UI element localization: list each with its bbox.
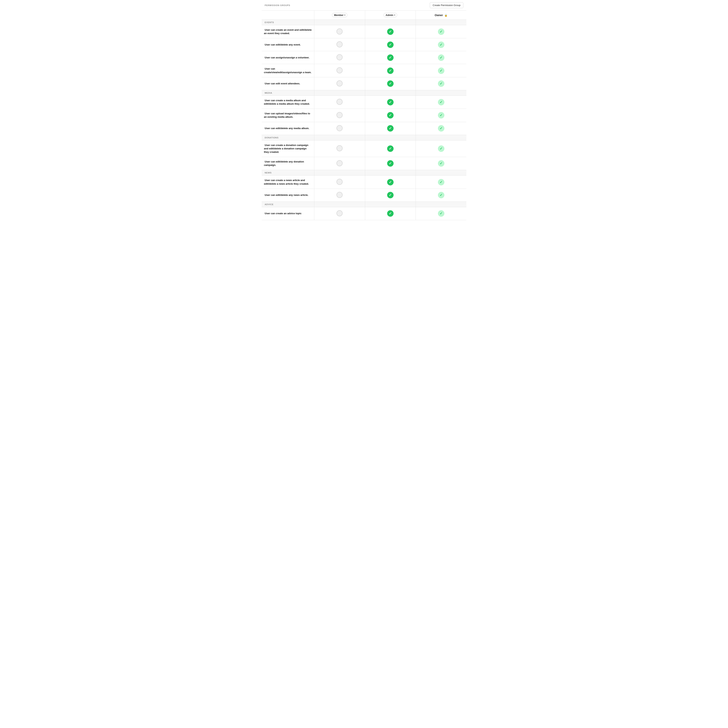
admin-column-header: Admin ▾ xyxy=(365,11,416,20)
permission-on-icon[interactable] xyxy=(387,99,393,106)
table-row: User can create a donation campaign and … xyxy=(262,140,466,157)
permission-label: User can create a donation campaign and … xyxy=(262,140,314,157)
table-row: User can edit/delete any event. xyxy=(262,38,466,51)
permission-label: User can create a media album and edit/d… xyxy=(262,96,314,109)
permission-text: User can edit/delete any media album. xyxy=(264,127,309,130)
lock-icon: 🔒 xyxy=(444,14,447,17)
table-row: User can create/view/edit/assign/unassig… xyxy=(262,64,466,77)
permission-off-icon[interactable] xyxy=(336,160,343,166)
admin-dropdown[interactable]: Admin ▾ xyxy=(384,13,397,17)
member-label: Member xyxy=(334,14,344,17)
permission-label: User can create/view/edit/assign/unassig… xyxy=(262,64,314,77)
permission-locked-icon xyxy=(438,54,444,61)
permission-locked-icon xyxy=(438,192,444,198)
permission-locked-icon xyxy=(438,67,444,74)
permission-on-icon[interactable] xyxy=(387,192,393,198)
permission-text: User can edit/delete any donation campai… xyxy=(264,160,304,167)
permission-on-icon[interactable] xyxy=(387,112,393,118)
permission-locked-icon xyxy=(438,99,444,106)
table-body: EVENTSUser can create an event and edit/… xyxy=(262,20,466,220)
permission-on-icon[interactable] xyxy=(387,28,393,35)
permission-label: User can create an event and edit/delete… xyxy=(262,25,314,38)
section-label: EVENTS xyxy=(262,20,314,25)
section-header-row: DONATIONS xyxy=(262,135,466,140)
permission-locked-icon xyxy=(438,160,444,167)
permission-off-icon[interactable] xyxy=(336,28,343,35)
section-header-row: MEDIA xyxy=(262,90,466,96)
section-label: ADVICE xyxy=(262,202,314,207)
permission-label: User can edit/delete any media album. xyxy=(262,122,314,135)
table-row: User can create an advice topic xyxy=(262,207,466,220)
table-row: User can edit/delete any donation campai… xyxy=(262,157,466,170)
permission-off-icon[interactable] xyxy=(336,99,343,105)
member-header-inner: Member ▾ xyxy=(332,13,347,17)
permission-label: User can edit/delete any donation campai… xyxy=(262,157,314,170)
table-row: User can edit/delete any news article. xyxy=(262,189,466,202)
permission-locked-icon xyxy=(438,80,444,87)
permission-text: User can create an advice topic xyxy=(264,212,301,215)
section-spacer xyxy=(365,170,416,176)
section-spacer xyxy=(314,202,365,207)
permission-text: User can create a donation campaign and … xyxy=(264,144,308,153)
permission-text: User can create a news article and edit/… xyxy=(264,179,309,185)
permission-off-icon[interactable] xyxy=(336,145,343,151)
permission-label: User can create a news article and edit/… xyxy=(262,176,314,189)
permission-label: User can edit/delete any news article. xyxy=(262,189,314,202)
permission-label: User can edit/delete any event. xyxy=(262,38,314,51)
permission-off-icon[interactable] xyxy=(336,54,343,60)
permission-text: User can create an event and edit/delete… xyxy=(264,28,312,35)
chevron-down-icon-admin: ▾ xyxy=(394,14,395,16)
section-spacer xyxy=(314,20,365,25)
permission-label: User can edit event attendees. xyxy=(262,77,314,90)
permission-off-icon[interactable] xyxy=(336,210,343,216)
permission-on-icon[interactable] xyxy=(387,41,393,48)
permission-off-icon[interactable] xyxy=(336,41,343,47)
table-row: User can assign/unassign a volunteer. xyxy=(262,51,466,64)
permission-text: User can create a media album and edit/d… xyxy=(264,99,310,105)
permission-off-icon[interactable] xyxy=(336,112,343,118)
permission-locked-icon xyxy=(438,28,444,35)
member-column-header: Member ▾ xyxy=(314,11,365,20)
owner-column-header: Owner 🔒 xyxy=(416,11,466,20)
permission-off-icon[interactable] xyxy=(336,192,343,198)
permission-label: User can assign/unassign a volunteer. xyxy=(262,51,314,64)
section-spacer xyxy=(314,90,365,96)
permission-on-icon[interactable] xyxy=(387,125,393,132)
section-spacer xyxy=(365,202,416,207)
permission-locked-icon xyxy=(438,112,444,118)
section-spacer xyxy=(365,90,416,96)
permission-text: User can create/view/edit/assign/unassig… xyxy=(264,67,312,73)
permissions-table: Member ▾ Admin ▾ Owner 🔒 xyxy=(262,11,466,220)
permission-on-icon[interactable] xyxy=(387,145,393,152)
section-spacer xyxy=(365,135,416,140)
section-label: DONATIONS xyxy=(262,135,314,140)
top-bar: PERMISSION GROUPS Create Permission Grou… xyxy=(262,0,466,11)
permission-off-icon[interactable] xyxy=(336,80,343,86)
permission-locked-icon xyxy=(438,210,444,217)
table-row: User can edit event attendees. xyxy=(262,77,466,90)
permission-on-icon[interactable] xyxy=(387,210,393,217)
permission-on-icon[interactable] xyxy=(387,67,393,74)
section-spacer xyxy=(314,135,365,140)
create-permission-group-button[interactable]: Create Permission Group xyxy=(430,2,463,8)
section-spacer xyxy=(416,135,466,140)
permission-text: User can edit/delete any event. xyxy=(264,43,301,46)
permission-off-icon[interactable] xyxy=(336,67,343,73)
permission-on-icon[interactable] xyxy=(387,80,393,87)
section-spacer xyxy=(416,170,466,176)
section-spacer xyxy=(416,90,466,96)
table-row: User can create a news article and edit/… xyxy=(262,176,466,189)
permission-on-icon[interactable] xyxy=(387,179,393,185)
member-dropdown[interactable]: Member ▾ xyxy=(332,13,347,17)
description-column-header xyxy=(262,11,314,20)
owner-label: Owner xyxy=(435,14,443,17)
section-spacer xyxy=(365,20,416,25)
admin-header-inner: Admin ▾ xyxy=(384,13,397,17)
chevron-down-icon: ▾ xyxy=(344,14,345,16)
permission-on-icon[interactable] xyxy=(387,160,393,167)
permission-off-icon[interactable] xyxy=(336,125,343,131)
section-header-row: NEWS xyxy=(262,170,466,176)
permission-on-icon[interactable] xyxy=(387,54,393,61)
permission-off-icon[interactable] xyxy=(336,179,343,185)
permission-text: User can upload images/videos/files to a… xyxy=(264,112,310,118)
